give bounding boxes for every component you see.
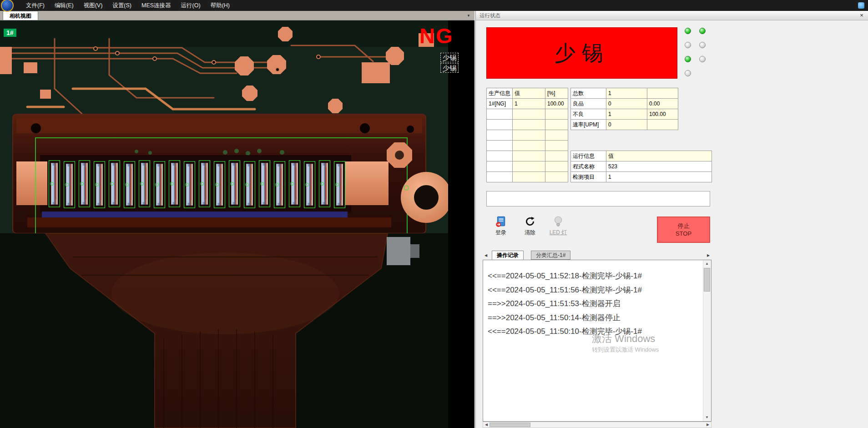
led-lamp-icon bbox=[552, 216, 564, 227]
cell-percent bbox=[647, 88, 678, 99]
application-window: 文件(F) 编辑(E) 视图(V) 设置(S) MES连接器 运行(O) 帮助(… bbox=[0, 0, 868, 428]
cell-value: 1 bbox=[606, 172, 712, 182]
clear-refresh-icon bbox=[524, 216, 536, 227]
cell-value: 1 bbox=[513, 99, 545, 109]
vertical-scrollbar[interactable]: ▲ ▼ bbox=[703, 260, 711, 421]
panel-title: 运行状态 bbox=[479, 13, 500, 18]
tab-scroll-left-icon[interactable]: ◀ bbox=[483, 252, 489, 259]
column-header: [%] bbox=[545, 88, 568, 99]
cell-percent bbox=[647, 120, 678, 130]
defect-label-stack: 少锡 少锡 bbox=[440, 53, 459, 74]
cell-label: 速率[UPM] bbox=[571, 120, 606, 130]
scroll-right-icon[interactable]: ▶ bbox=[705, 422, 711, 428]
stop-button-label-en: STOP bbox=[676, 230, 691, 237]
menu-item-help[interactable]: 帮助(H) bbox=[206, 0, 235, 11]
cell-label: 不良 bbox=[571, 109, 606, 120]
clear-button[interactable]: 清除 bbox=[517, 216, 543, 243]
table-row: 1#[NG] 1 100.00 bbox=[487, 99, 568, 109]
cell-value: 523 bbox=[606, 161, 712, 172]
table-row-empty bbox=[487, 172, 568, 182]
status-lights-right bbox=[699, 28, 706, 62]
log-lines: <<==2024-05-05_11:52:18-检测完毕-少锡-1# <<==2… bbox=[488, 269, 701, 339]
tab-scroll-right-icon[interactable]: ▶ bbox=[705, 252, 712, 259]
status-light bbox=[685, 56, 691, 62]
table-row: 程式名称 523 bbox=[571, 161, 712, 172]
alert-banner: 少锡 bbox=[486, 27, 677, 79]
panel-titlebar: 运行状态 × bbox=[476, 11, 868, 20]
log-entry: <<==2024-05-05_11:52:18-检测完毕-少锡-1# bbox=[488, 269, 701, 283]
cell-value: 1 bbox=[606, 88, 647, 99]
log-entry: ==>>2024-05-05_11:50:14-检测器停止 bbox=[488, 311, 701, 325]
message-box[interactable] bbox=[486, 191, 710, 206]
login-button[interactable]: 登录 bbox=[488, 216, 514, 243]
log-entry: <<==2024-05-05_11:51:56-检测完毕-少锡-1# bbox=[488, 283, 701, 297]
run-info-table: 运行信息 值 程式名称 523 检测项目 1 bbox=[570, 151, 712, 182]
cell-percent: 0.00 bbox=[647, 99, 678, 109]
column-header: 值 bbox=[606, 151, 712, 161]
table-row-empty bbox=[487, 141, 568, 151]
login-button-label: 登录 bbox=[495, 229, 506, 236]
run-status-panel: 运行状态 × 少锡 生产信息 值 [%] 1#[NG] 1 bbox=[475, 11, 868, 428]
scrollbar-thumb[interactable] bbox=[704, 268, 710, 292]
cell-station: 1#[NG] bbox=[487, 99, 513, 109]
stop-button[interactable]: 停止 STOP bbox=[657, 217, 710, 243]
menu-item-run[interactable]: 运行(O) bbox=[176, 0, 206, 11]
scroll-down-icon[interactable]: ▼ bbox=[703, 414, 711, 421]
inspection-result-label: NG bbox=[419, 23, 454, 48]
tab-classification-summary[interactable]: 分类汇总-1# bbox=[531, 251, 570, 260]
menu-item-view[interactable]: 视图(V) bbox=[79, 0, 108, 11]
table-row-empty bbox=[487, 151, 568, 161]
scrollbar-thumb[interactable] bbox=[490, 423, 530, 427]
cell-value: 0 bbox=[606, 99, 647, 109]
status-light bbox=[699, 28, 706, 34]
tab-camera-view[interactable]: 相机视图 bbox=[3, 11, 38, 20]
cell-label: 检测项目 bbox=[571, 172, 606, 182]
column-header: 运行信息 bbox=[571, 151, 606, 161]
table-row-empty bbox=[487, 109, 568, 120]
horizontal-scrollbar[interactable]: ◀ ▶ bbox=[483, 422, 712, 428]
status-light bbox=[685, 42, 691, 48]
totals-table: 总数 1 良品 0 0.00 不良 1 100.00 速率[UPM] 0 bbox=[570, 88, 678, 130]
menu-item-edit[interactable]: 编辑(E) bbox=[50, 0, 79, 11]
table-header-row: 生产信息 值 [%] bbox=[487, 88, 568, 99]
table-row: 不良 1 100.00 bbox=[571, 109, 678, 120]
menu-item-settings[interactable]: 设置(S) bbox=[107, 0, 136, 11]
login-icon bbox=[495, 216, 507, 227]
status-light bbox=[685, 70, 691, 76]
scroll-up-icon[interactable]: ▲ bbox=[703, 260, 711, 267]
production-table: 生产信息 值 [%] 1#[NG] 1 100.00 bbox=[486, 88, 568, 182]
menu-bar: 文件(F) 编辑(E) 视图(V) 设置(S) MES连接器 运行(O) 帮助(… bbox=[0, 0, 868, 11]
camera-image bbox=[0, 20, 474, 428]
led-button-label: LED 灯 bbox=[550, 229, 567, 236]
cell-percent: 100.00 bbox=[647, 109, 678, 120]
tab-list-dropdown-icon[interactable]: ▼ bbox=[465, 12, 472, 19]
table-row-empty bbox=[487, 120, 568, 130]
cell-value: 1 bbox=[606, 109, 647, 120]
status-light bbox=[699, 56, 706, 62]
log-entry: ==>>2024-05-05_11:51:53-检测器开启 bbox=[488, 297, 701, 311]
scroll-left-icon[interactable]: ◀ bbox=[483, 422, 490, 428]
cell-label: 总数 bbox=[571, 88, 606, 99]
table-row-empty bbox=[487, 130, 568, 141]
status-light bbox=[685, 28, 691, 34]
cell-percent: 100.00 bbox=[545, 99, 568, 109]
close-icon[interactable]: × bbox=[858, 12, 866, 19]
clear-button-label: 清除 bbox=[525, 229, 535, 236]
camera-viewport: 1# NG 少锡 少锡 bbox=[0, 20, 474, 428]
led-button[interactable]: LED 灯 bbox=[545, 216, 571, 243]
defect-label: 少锡 bbox=[440, 53, 459, 62]
status-lights-left bbox=[685, 28, 691, 76]
table-row: 速率[UPM] 0 bbox=[571, 120, 678, 130]
system-tray-icon[interactable] bbox=[858, 2, 864, 9]
tab-operation-log[interactable]: 操作记录 bbox=[492, 251, 524, 260]
windows-activation-watermark-sub: 转到设置以激活 Windows bbox=[592, 346, 659, 354]
windows-activation-watermark: 激活 Windows bbox=[592, 332, 655, 346]
table-row-empty bbox=[487, 161, 568, 172]
log-tabstrip: ◀ 操作记录 分类汇总-1# ▶ bbox=[483, 251, 712, 260]
defect-label: 少锡 bbox=[440, 63, 459, 73]
status-light bbox=[699, 42, 706, 48]
menu-item-file[interactable]: 文件(F) bbox=[21, 0, 50, 11]
menu-item-mes-connector[interactable]: MES连接器 bbox=[136, 0, 176, 11]
table-header-row: 运行信息 值 bbox=[571, 151, 712, 161]
cell-value: 0 bbox=[606, 120, 647, 130]
